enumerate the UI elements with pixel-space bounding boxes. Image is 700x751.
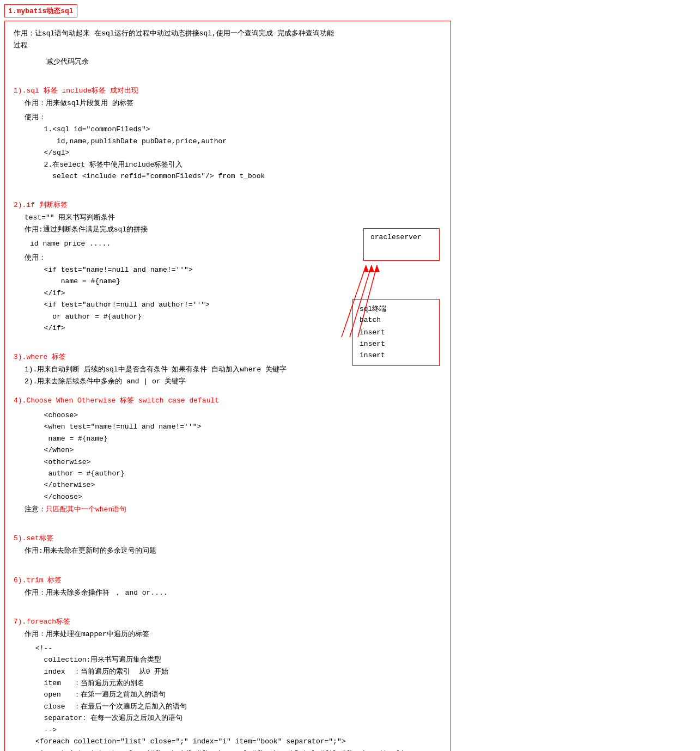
section1-title: 1).sql 标签 include标签 成对出现 bbox=[14, 86, 442, 95]
oracle-box: oracleserver bbox=[363, 228, 440, 261]
s6-desc: 作用：用来去除多余操作符 ， and or.... bbox=[25, 587, 442, 599]
insert2-label: insert bbox=[360, 339, 433, 350]
page-title: 1.mybatis动态sql bbox=[4, 4, 77, 17]
s7-comment: <!-- collection:用来书写遍历集合类型 index ：当前遍历的索… bbox=[35, 643, 442, 736]
s7-desc: 作用：用来处理在mapper中遍历的标签 bbox=[25, 628, 442, 640]
s1-desc: 作用：用来做sql片段复用 的标签 bbox=[25, 97, 442, 109]
s5-desc: 作用:用来去除在更新时的多余逗号的问题 bbox=[25, 545, 442, 557]
sql-box: sql终端 batch insert insert insert bbox=[352, 299, 440, 366]
s4-note-prefix: 注意： bbox=[25, 505, 46, 514]
intro-line1: 作用：让sql语句动起来 在sql运行的过程中动过动态拼接sql,使用一个查询完… bbox=[14, 28, 442, 40]
section4-title: 4).Choose When Otherwise 标签 switch case … bbox=[14, 395, 442, 405]
oracle-label: oracleserver bbox=[370, 233, 433, 241]
s4-note-red: 只匹配其中一个when语句 bbox=[46, 505, 126, 514]
main-content-box: 作用：让sql语句动起来 在sql运行的过程中动过动态拼接sql,使用一个查询完… bbox=[4, 21, 451, 751]
s3-line2: 2).用来去除后续条件中多余的 and | or 关键字 bbox=[25, 376, 442, 388]
section5-title: 5).set标签 bbox=[14, 533, 442, 543]
s4-code: <choose> <when test="name!=null and name… bbox=[35, 410, 442, 503]
sql-terminal-label: sql终端 bbox=[360, 304, 433, 314]
s4-note: 注意：只匹配其中一个when语句 bbox=[25, 504, 442, 516]
s1-code: 1.<sql id="commonFileds"> id,name,publis… bbox=[35, 124, 442, 182]
insert1-label: insert bbox=[360, 327, 433, 339]
s2-line1: test="" 用来书写判断条件 bbox=[25, 212, 442, 224]
intro-line3: 减少代码冗余 bbox=[46, 56, 442, 68]
insert3-label: insert bbox=[360, 350, 433, 362]
section2-title: 2).if 判断标签 bbox=[14, 200, 442, 210]
section7-title: 7).foreach标签 bbox=[14, 616, 442, 626]
section6-title: 6).trim 标签 bbox=[14, 575, 442, 585]
s7-foreach: <foreach collection="list" close=";" ind… bbox=[35, 736, 442, 751]
intro-line2: 过程 bbox=[14, 40, 442, 52]
batch-label: batch bbox=[360, 316, 433, 324]
s1-usage: 使用： bbox=[25, 112, 442, 124]
